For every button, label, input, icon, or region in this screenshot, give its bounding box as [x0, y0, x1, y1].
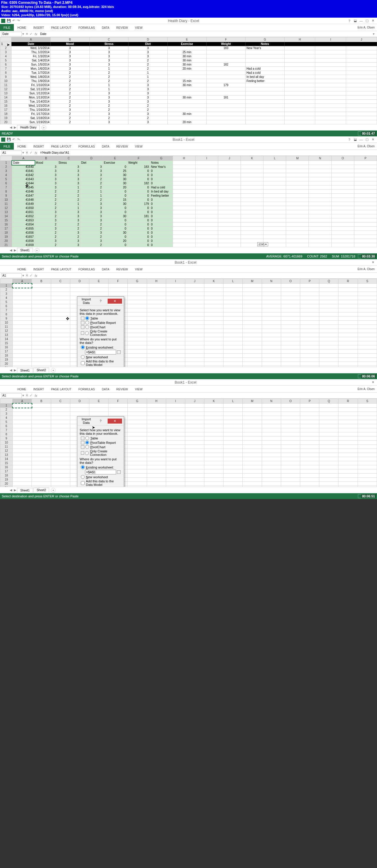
cell[interactable]: [357, 308, 377, 312]
cell[interactable]: [32, 465, 51, 469]
cell[interactable]: [185, 420, 204, 424]
cell[interactable]: 0: [127, 206, 150, 210]
name-box[interactable]: A1: [1, 393, 22, 398]
cell[interactable]: [32, 482, 51, 486]
cell[interactable]: 1: [89, 83, 128, 87]
column-header[interactable]: E: [89, 279, 108, 284]
cell[interactable]: [300, 337, 319, 341]
cell[interactable]: 1: [80, 190, 103, 194]
cell[interactable]: [127, 353, 147, 358]
cell[interactable]: [262, 292, 281, 296]
cell[interactable]: [51, 325, 70, 329]
cell[interactable]: [204, 449, 224, 453]
cell[interactable]: [339, 333, 357, 337]
cell[interactable]: 3: [128, 91, 168, 96]
sheet-tab[interactable]: Health Diary: [17, 125, 40, 130]
sheet-tab[interactable]: Sheet1: [17, 368, 33, 373]
cell[interactable]: [339, 337, 357, 341]
cell[interactable]: [242, 445, 262, 449]
cell[interactable]: 41649: [12, 202, 35, 206]
cell[interactable]: [242, 358, 262, 362]
cell[interactable]: [357, 329, 377, 333]
cell[interactable]: [185, 457, 204, 461]
cell[interactable]: [12, 292, 32, 296]
cell[interactable]: [319, 358, 339, 362]
cell[interactable]: 3: [89, 59, 128, 63]
cell[interactable]: [166, 284, 185, 288]
cell[interactable]: [51, 366, 70, 367]
column-header[interactable]: O: [281, 399, 300, 404]
cell[interactable]: [319, 317, 339, 321]
cell[interactable]: [242, 300, 262, 304]
cell[interactable]: [262, 461, 281, 465]
cell[interactable]: [224, 441, 242, 445]
cell[interactable]: [166, 325, 185, 329]
cell[interactable]: [281, 345, 300, 349]
cell[interactable]: [12, 416, 32, 420]
cell[interactable]: [319, 333, 339, 337]
cell[interactable]: [147, 404, 166, 408]
cell[interactable]: [339, 420, 357, 424]
ribbon-tab-home[interactable]: HOME: [14, 144, 30, 149]
cell[interactable]: [281, 300, 300, 304]
cell[interactable]: [166, 441, 185, 445]
view-option-radio[interactable]: [85, 441, 89, 444]
cell[interactable]: [339, 325, 357, 329]
cell[interactable]: [166, 358, 185, 362]
cell[interactable]: 2: [128, 63, 168, 67]
cell[interactable]: [357, 424, 377, 428]
name-box[interactable]: A1: [1, 151, 22, 155]
cell[interactable]: 3: [128, 120, 168, 124]
cell[interactable]: 3: [89, 46, 128, 50]
cell[interactable]: [166, 341, 185, 345]
cell[interactable]: [319, 473, 339, 478]
cell[interactable]: [300, 353, 319, 358]
row-header[interactable]: 14: [0, 96, 11, 100]
cell[interactable]: Mood: [35, 161, 57, 165]
cell[interactable]: [242, 412, 262, 416]
column-header[interactable]: G: [150, 156, 173, 161]
cell[interactable]: [51, 358, 70, 362]
cell[interactable]: [51, 482, 70, 486]
save-icon[interactable]: 💾: [6, 137, 11, 142]
cell[interactable]: [204, 469, 224, 473]
cell[interactable]: Thu, 1/16/2014: [11, 108, 51, 112]
row-header[interactable]: 19: [0, 358, 12, 362]
cell[interactable]: [166, 428, 185, 432]
cell[interactable]: [339, 292, 357, 296]
cell[interactable]: [147, 457, 166, 461]
cell[interactable]: [300, 453, 319, 457]
cell[interactable]: 181: [206, 96, 245, 100]
cell[interactable]: [262, 308, 281, 312]
enter-icon[interactable]: ✓: [29, 151, 33, 155]
cell[interactable]: 41645: [12, 185, 35, 190]
cell[interactable]: [281, 337, 300, 341]
cell[interactable]: 3: [89, 96, 128, 100]
sheet-tab[interactable]: Sheet1: [17, 248, 33, 253]
cell[interactable]: [12, 345, 32, 349]
tab-nav-next-icon[interactable]: ▶: [14, 248, 16, 252]
column-header[interactable]: E: [103, 156, 127, 161]
cell[interactable]: [51, 457, 70, 461]
cell[interactable]: 25: [103, 169, 127, 173]
close-icon[interactable]: ✕: [370, 137, 376, 142]
cell[interactable]: [185, 473, 204, 478]
cell[interactable]: 3: [80, 239, 103, 243]
cell[interactable]: [224, 432, 242, 436]
cell[interactable]: [167, 87, 206, 91]
cell[interactable]: 0: [103, 190, 127, 194]
cell[interactable]: [357, 469, 377, 473]
fx-icon[interactable]: fx: [35, 151, 37, 155]
cell[interactable]: [147, 308, 166, 312]
cell[interactable]: [224, 416, 242, 420]
cell[interactable]: [262, 424, 281, 428]
cell[interactable]: [300, 416, 319, 420]
cell[interactable]: [204, 325, 224, 329]
ribbon-tab-home[interactable]: HOME: [14, 25, 30, 31]
ribbon-tab-review[interactable]: REVIEW: [113, 386, 132, 392]
cell[interactable]: 0: [103, 206, 127, 210]
cell[interactable]: 41652: [12, 214, 35, 218]
ribbon-tab-page-layout[interactable]: PAGE LAYOUT: [48, 386, 75, 392]
cell[interactable]: [357, 333, 377, 337]
cell[interactable]: [281, 341, 300, 345]
